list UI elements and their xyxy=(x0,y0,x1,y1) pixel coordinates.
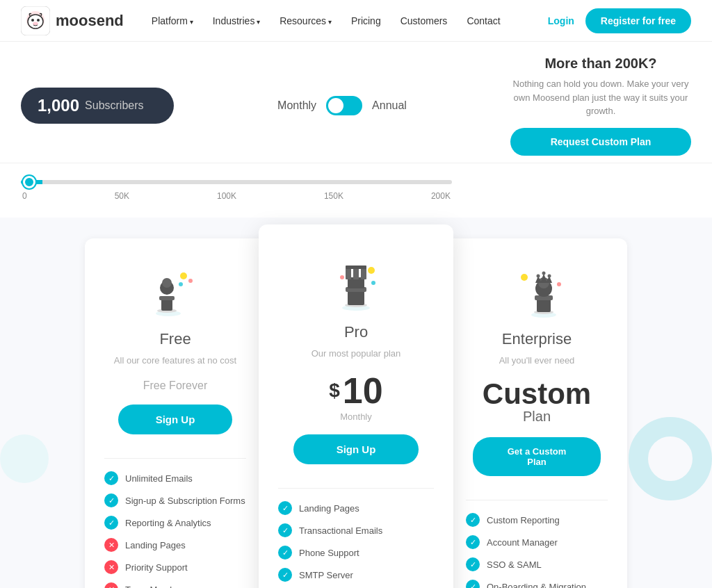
plan-icon-free xyxy=(147,263,203,319)
svg-point-38 xyxy=(557,282,561,286)
free-feature-list: ✓Unlimited Emails ✓Sign-up & Subscriptio… xyxy=(104,471,246,588)
nav-links: Platform Industries Resources Pricing Cu… xyxy=(152,15,548,26)
list-item: ✓SSO & SAML xyxy=(466,557,608,571)
list-item: ✓Sign-up & Subscription Forms xyxy=(104,493,246,507)
slider-label-50k: 50K xyxy=(115,191,129,201)
check-icon-yes: ✓ xyxy=(466,513,480,527)
logo[interactable]: moosend xyxy=(21,6,124,35)
billing-annual-label: Annual xyxy=(372,99,407,112)
enterprise-plan-desc: All you'll ever need xyxy=(466,354,608,368)
pro-divider xyxy=(278,488,434,489)
plan-icon-enterprise xyxy=(509,263,565,319)
free-plan-name: Free xyxy=(104,330,246,348)
feature-label: SMTP Server xyxy=(299,570,353,580)
list-item: ✕Team Members xyxy=(104,582,246,588)
enterprise-cta-button[interactable]: Get a Custom Plan xyxy=(473,437,601,476)
billing-monthly-label: Monthly xyxy=(277,99,316,112)
nav-customers[interactable]: Customers xyxy=(400,15,448,26)
list-item: ✓Reporting & Analytics xyxy=(104,516,246,530)
free-plan-desc: All our core features at no cost xyxy=(104,354,246,368)
check-icon-yes: ✓ xyxy=(278,568,292,582)
svg-point-25 xyxy=(340,275,344,279)
nav-resources[interactable]: Resources xyxy=(280,15,332,26)
list-item: ✓Landing Pages xyxy=(278,501,434,515)
register-button[interactable]: Register for free xyxy=(585,8,691,33)
free-plan-price: Free Forever xyxy=(104,379,246,392)
free-signup-button[interactable]: Sign Up xyxy=(118,405,232,434)
pricing-top-bar: 1,000 Subscribers Monthly Annual More th… xyxy=(0,42,712,163)
nav-platform[interactable]: Platform xyxy=(152,15,193,26)
enterprise-divider xyxy=(466,500,608,500)
svg-point-3 xyxy=(31,19,34,22)
svg-point-36 xyxy=(548,274,551,277)
svg-point-26 xyxy=(371,281,375,285)
plan-icon-pro xyxy=(328,256,384,312)
feature-label: Landing Pages xyxy=(299,503,359,514)
navbar: moosend Platform Industries Resources Pr… xyxy=(0,0,712,42)
check-icon-no: ✕ xyxy=(104,538,118,552)
svg-point-12 xyxy=(180,272,187,279)
feature-label: Unlimited Emails xyxy=(125,473,193,484)
custom-plan-title: More than 200K? xyxy=(510,56,691,72)
check-icon-no: ✕ xyxy=(104,560,118,574)
feature-label: Team Members xyxy=(125,585,188,589)
nav-contact[interactable]: Contact xyxy=(467,15,500,26)
check-icon-yes: ✓ xyxy=(104,493,118,507)
billing-toggle-switch[interactable] xyxy=(326,96,362,115)
pro-price-amount: 10 xyxy=(343,373,383,409)
pro-signup-button[interactable]: Sign Up xyxy=(293,434,418,464)
svg-point-37 xyxy=(521,274,528,281)
pro-price-currency: $ xyxy=(329,379,340,402)
svg-point-13 xyxy=(188,279,193,283)
feature-label: Priority Support xyxy=(125,562,188,573)
check-icon-yes: ✓ xyxy=(466,557,480,571)
slider-label-150k: 150K xyxy=(324,191,343,201)
slider-label-200k: 200K xyxy=(431,191,451,201)
list-item: ✓Phone Support xyxy=(278,546,434,560)
slider-label-0: 0 xyxy=(22,191,27,201)
svg-point-2 xyxy=(28,15,43,28)
check-icon-yes: ✓ xyxy=(104,516,118,530)
custom-plan-box: More than 200K? Nothing can hold you dow… xyxy=(510,56,691,156)
slider-labels: 0 50K 100K 150K 200K xyxy=(21,191,452,201)
subscriber-slider-section: 0 50K 100K 150K 200K xyxy=(0,163,712,218)
svg-point-11 xyxy=(162,278,172,288)
enterprise-price-label: Custom xyxy=(466,379,608,409)
slider-label-100k: 100K xyxy=(217,191,236,201)
svg-point-24 xyxy=(368,267,375,274)
subscriber-badge: 1,000 Subscribers xyxy=(21,88,174,124)
pro-plan-desc: Our most popular plan xyxy=(278,347,434,361)
feature-label: Landing Pages xyxy=(125,540,186,550)
svg-rect-9 xyxy=(159,296,175,300)
plan-card-enterprise: Enterprise All you'll ever need Custom P… xyxy=(446,238,627,589)
svg-rect-23 xyxy=(346,266,366,269)
plan-card-pro: Pro Our most popular plan $ 10 Monthly S… xyxy=(259,224,453,589)
pro-plan-name: Pro xyxy=(278,323,434,341)
subscriber-slider[interactable] xyxy=(21,180,452,184)
nav-right: Login Register for free xyxy=(548,8,691,33)
request-custom-plan-button[interactable]: Request Custom Plan xyxy=(510,128,691,156)
plans-section: Free All our core features at no cost Fr… xyxy=(0,218,712,589)
enterprise-feature-list: ✓Custom Reporting ✓Account Manager ✓SSO … xyxy=(466,513,608,588)
nav-pricing[interactable]: Pricing xyxy=(351,15,381,26)
check-icon-no: ✕ xyxy=(104,582,118,588)
pro-feature-list: ✓Landing Pages ✓Transactional Emails ✓Ph… xyxy=(278,501,434,588)
list-item: ✓SMTP Server xyxy=(278,568,434,582)
check-icon-yes: ✓ xyxy=(104,471,118,485)
custom-plan-desc: Nothing can hold you down. Make your ver… xyxy=(510,77,691,118)
feature-label: SSO & SAML xyxy=(487,560,542,570)
enterprise-price-sub: Plan xyxy=(466,409,608,425)
enterprise-price-section: Custom Plan xyxy=(466,379,608,425)
plan-card-free: Free All our core features at no cost Fr… xyxy=(85,238,266,589)
svg-rect-17 xyxy=(348,290,364,305)
nav-industries[interactable]: Industries xyxy=(213,15,260,26)
login-link[interactable]: Login xyxy=(548,15,574,26)
svg-point-34 xyxy=(537,274,540,277)
logo-text: moosend xyxy=(56,12,124,30)
feature-label: Custom Reporting xyxy=(487,515,560,525)
feature-label: Transactional Emails xyxy=(299,525,382,536)
pro-price-period: Monthly xyxy=(278,411,434,422)
feature-label: Account Manager xyxy=(487,537,558,548)
svg-point-14 xyxy=(179,282,183,286)
svg-point-35 xyxy=(542,271,546,275)
